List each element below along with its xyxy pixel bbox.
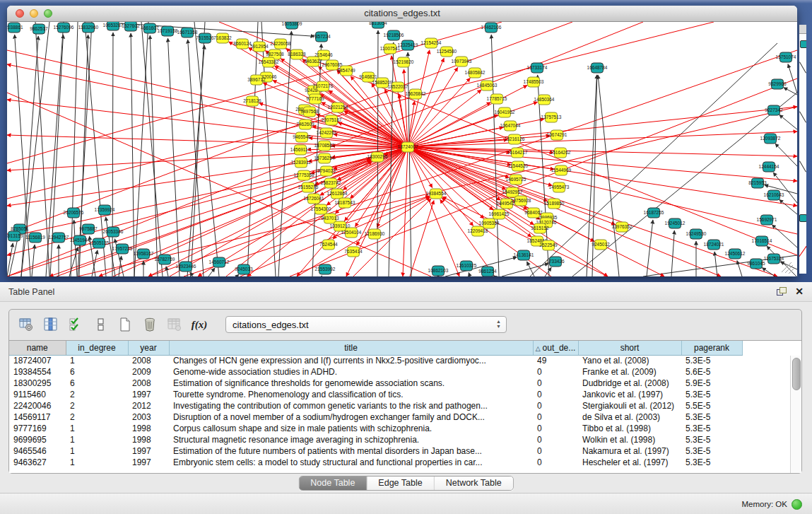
graph-node[interactable]: 10249530 bbox=[686, 229, 707, 239]
graph-node[interactable]: 15692971 bbox=[757, 215, 777, 225]
graph-node[interactable]: 1733426 bbox=[546, 257, 565, 267]
graph-node[interactable]: 15276096 bbox=[54, 23, 74, 33]
table-cell[interactable]: Structural magnetic resonance image aver… bbox=[169, 434, 533, 445]
graph-node[interactable]: 2718126 bbox=[243, 96, 261, 106]
zoom-window-button[interactable] bbox=[44, 9, 52, 18]
graph-node[interactable]: 13958167 bbox=[134, 249, 154, 259]
graph-node[interactable]: 16543382 bbox=[259, 57, 279, 67]
column-header-year[interactable]: year bbox=[128, 341, 169, 355]
graph-node[interactable]: 21553992 bbox=[315, 264, 336, 274]
table-cell[interactable]: 19384554 bbox=[9, 366, 66, 378]
graph-node[interactable]: 17554300 bbox=[311, 204, 331, 214]
graph-node[interactable]: 11254580 bbox=[437, 47, 457, 57]
table-cell[interactable]: 0 bbox=[533, 378, 578, 389]
table-cell[interactable]: Stergiakouli et al. (2012) bbox=[578, 400, 681, 411]
graph-node[interactable]: 10719158 bbox=[158, 26, 178, 36]
graph-node[interactable]: 18187543 bbox=[335, 198, 355, 208]
table-cell[interactable]: Tourette syndrome. Phenomenology and cla… bbox=[169, 389, 533, 400]
graph-node[interactable]: 9497568 bbox=[300, 107, 319, 117]
window-titlebar[interactable]: citations_edges.txt bbox=[7, 6, 797, 22]
table-cell[interactable]: 5.5E-5 bbox=[681, 400, 742, 411]
graph-node[interactable]: 9975887 bbox=[79, 224, 98, 234]
new-column-icon[interactable] bbox=[117, 316, 134, 333]
graph-node[interactable]: 7857224 bbox=[312, 32, 331, 42]
graph-node[interactable]: 12209418 bbox=[468, 226, 488, 236]
graph-node[interactable]: 12450612 bbox=[725, 249, 746, 259]
graph-node[interactable]: 2038861 bbox=[7, 23, 23, 33]
graph-node[interactable]: 10973943 bbox=[452, 57, 472, 66]
graph-node[interactable]: 12775358 bbox=[294, 170, 314, 180]
graph-node[interactable]: 14850364 bbox=[534, 95, 555, 105]
table-cell[interactable]: 2003 bbox=[128, 411, 169, 423]
graph-node[interactable]: 9862517 bbox=[30, 24, 48, 34]
table-cell[interactable]: Tibbo et al. (1998) bbox=[578, 423, 681, 434]
graph-node[interactable]: 9861254 bbox=[478, 267, 497, 276]
graph-node[interactable]: 9465546 bbox=[293, 132, 311, 142]
graph-node[interactable]: 23226058 bbox=[271, 39, 291, 49]
graph-node[interactable]: 7462609 bbox=[296, 119, 314, 129]
graph-node[interactable]: 14845063 bbox=[477, 81, 498, 90]
table-cell[interactable]: 0 bbox=[533, 445, 578, 457]
tab-node-table[interactable]: Node Table bbox=[299, 477, 367, 490]
graph-node[interactable]: 7624544 bbox=[319, 240, 338, 250]
graph-node[interactable]: 14805842 bbox=[465, 68, 486, 78]
graph-node[interactable]: 12154254 bbox=[421, 38, 442, 48]
graph-node[interactable]: 16053809 bbox=[282, 22, 302, 29]
table-cell[interactable]: Dudbridge et al. (2008) bbox=[578, 378, 681, 389]
graph-node[interactable]: 9227342 bbox=[765, 105, 783, 115]
graph-node[interactable]: 2522549 bbox=[539, 240, 558, 250]
graph-node[interactable]: 9463627 bbox=[304, 57, 322, 66]
graph-node[interactable]: 10674291 bbox=[547, 130, 567, 140]
graph-node[interactable]: 16187255 bbox=[644, 208, 664, 218]
graph-node[interactable]: 14695725 bbox=[506, 175, 526, 185]
graph-node[interactable]: 8454749 bbox=[337, 66, 355, 76]
graph-node[interactable]: 11451944 bbox=[70, 235, 90, 245]
table-cell[interactable]: 5.3E-5 bbox=[681, 411, 742, 423]
graph-node[interactable]: 12942757 bbox=[49, 233, 69, 243]
table-cell[interactable]: 1998 bbox=[128, 434, 169, 445]
function-builder-icon[interactable]: f(x) bbox=[191, 316, 208, 333]
column-header-name[interactable]: name bbox=[9, 341, 66, 355]
table-cell[interactable]: Yano et al. (2008) bbox=[578, 355, 681, 366]
graph-node[interactable]: 7635414 bbox=[344, 247, 363, 257]
table-cell[interactable]: 5.3E-5 bbox=[681, 423, 742, 434]
graph-node[interactable]: 17359924 bbox=[95, 205, 115, 215]
graph-node[interactable]: 3913159 bbox=[7, 231, 23, 241]
table-cell[interactable]: 2008 bbox=[128, 355, 169, 366]
graph-node[interactable]: 14136141 bbox=[514, 250, 534, 260]
graph-node[interactable]: 7515526 bbox=[196, 33, 214, 43]
table-cell[interactable]: 5.3E-5 bbox=[681, 355, 742, 366]
graph-node[interactable]: 14560712 bbox=[209, 257, 230, 267]
graph-node[interactable]: 8813054 bbox=[369, 22, 387, 28]
table-cell[interactable]: Estimation of the future numbers of pati… bbox=[169, 445, 533, 457]
graph-node[interactable]: 12021254 bbox=[328, 103, 348, 112]
table-cell[interactable]: 0 bbox=[533, 434, 578, 445]
table-cell[interactable]: 2 bbox=[66, 400, 128, 411]
table-cell[interactable]: 2012 bbox=[128, 400, 169, 411]
tab-network-table[interactable]: Network Table bbox=[435, 477, 513, 490]
table-cell[interactable]: 2009 bbox=[128, 366, 169, 378]
graph-node[interactable]: 17016514 bbox=[752, 236, 772, 246]
graph-node[interactable]: 18726041 bbox=[304, 194, 324, 204]
graph-node[interactable]: 16648784 bbox=[587, 63, 608, 73]
table-row[interactable]: 1938455462009Genome-wide association stu… bbox=[9, 366, 791, 378]
graph-node[interactable]: 12923446 bbox=[176, 262, 196, 271]
graph-node[interactable]: 14955473 bbox=[549, 182, 570, 192]
table-cell[interactable]: 5.9E-5 bbox=[681, 378, 742, 389]
graph-node[interactable]: 17957225 bbox=[112, 244, 133, 254]
table-cell[interactable]: Investigating the contribution of common… bbox=[169, 400, 533, 411]
table-cell[interactable]: 1 bbox=[66, 445, 128, 457]
table-cell[interactable]: Hescheler et al. (1997) bbox=[578, 457, 681, 468]
close-panel-icon[interactable]: ✕ bbox=[795, 285, 804, 298]
table-cell[interactable]: 9463627 bbox=[9, 457, 66, 468]
table-scrollbar[interactable] bbox=[790, 356, 801, 473]
table-cell[interactable]: de Silva et al. (2003) bbox=[578, 411, 681, 423]
graph-node[interactable]: 4661607 bbox=[141, 23, 159, 33]
table-options-icon[interactable] bbox=[18, 316, 35, 333]
graph-node[interactable]: 12610325 bbox=[457, 261, 477, 271]
column-header-title[interactable]: title bbox=[169, 341, 533, 355]
graph-node[interactable]: 19218506 bbox=[384, 30, 404, 40]
table-cell[interactable]: 0 bbox=[533, 366, 578, 378]
graph-node[interactable]: 16671358 bbox=[177, 28, 198, 37]
table-cell[interactable]: 6 bbox=[66, 378, 128, 389]
